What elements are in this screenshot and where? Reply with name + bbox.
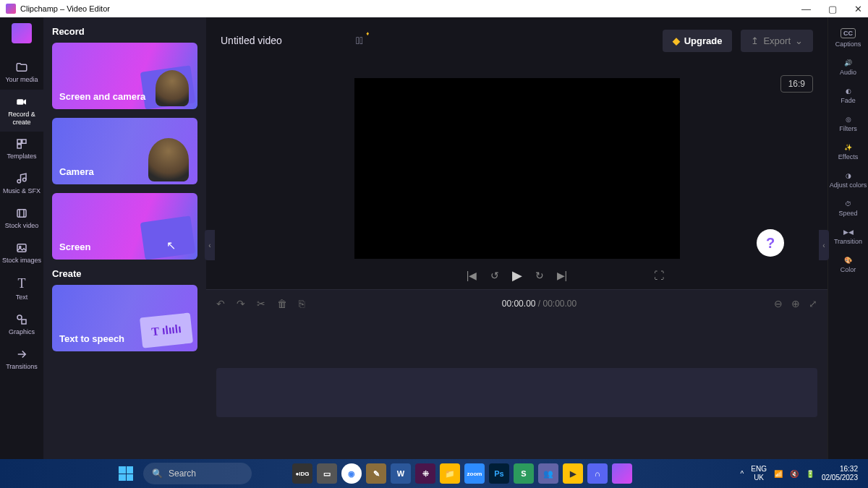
close-button[interactable]: ✕ — [854, 4, 862, 14]
skip-start-button[interactable]: |◀ — [467, 270, 477, 281]
taskbar-chrome[interactable]: ◉ — [341, 463, 362, 484]
visibility-icon[interactable]: 👁̸ — [356, 35, 363, 46]
video-preview[interactable] — [354, 78, 680, 259]
aspect-ratio-button[interactable]: 16:9 — [780, 75, 813, 93]
sidebar-right: CCCaptions 🔊Audio ◐Fade ◎Filters ✨Effect… — [827, 17, 868, 459]
film-icon — [15, 207, 28, 220]
maximize-button[interactable]: ▢ — [828, 4, 837, 14]
speaker-icon: 🔊 — [844, 59, 852, 67]
taskbar-snagit[interactable]: S — [514, 463, 534, 484]
taskbar-clipchamp[interactable] — [612, 463, 632, 484]
nav-music[interactable]: Music & SFX — [0, 166, 43, 201]
sidebar-left: Your media Record & create Templates Mus… — [0, 17, 43, 459]
minimize-button[interactable]: — — [801, 4, 811, 14]
fullscreen-button[interactable]: ⛶ — [654, 270, 664, 281]
fit-button[interactable]: ⤢ — [809, 298, 817, 309]
nav-transitions[interactable]: Transitions — [0, 342, 43, 377]
taskbar-search[interactable]: 🔍 Search — [143, 463, 252, 484]
nav-templates[interactable]: Templates — [0, 132, 43, 166]
prop-adjust-colors[interactable]: ◑Adjust colors — [828, 167, 869, 194]
taskbar-explorer[interactable]: 📁 — [440, 463, 460, 484]
taskbar-word[interactable]: W — [391, 463, 411, 484]
zoom-out-button[interactable]: ⊖ — [774, 298, 783, 309]
volume-icon[interactable]: 🔇 — [790, 470, 799, 478]
app-logo[interactable] — [12, 23, 32, 43]
svg-rect-0 — [17, 99, 23, 105]
card-camera[interactable]: Camera — [52, 118, 197, 184]
card-text-to-speech[interactable]: Tılıılı Text to speech — [52, 285, 197, 351]
track-row[interactable] — [216, 368, 817, 417]
clock[interactable]: 16:32 02/05/2023 — [822, 465, 858, 482]
wifi-icon[interactable]: 📶 — [774, 470, 783, 478]
taskbar-app1[interactable]: ✎ — [366, 463, 386, 484]
forward-button[interactable]: ↻ — [535, 270, 544, 281]
prop-transition[interactable]: ▶◀Transition — [828, 223, 869, 250]
center-area: 👁̸ ◆ Upgrade ↥ Export ⌄ 16:9 |◀ ↺ ▶ ↻ ▶|… — [206, 17, 827, 459]
taskbar-slack[interactable]: ⁜ — [415, 463, 435, 484]
skip-end-button[interactable]: ▶| — [557, 270, 568, 281]
card-screen[interactable]: ↖ Screen — [52, 193, 197, 260]
folder-icon — [15, 61, 28, 74]
card-screen-and-camera[interactable]: Screen and camera — [52, 43, 197, 109]
cut-button[interactable]: ✂ — [257, 298, 265, 309]
search-icon: 🔍 — [152, 468, 163, 479]
taskbar-app2[interactable]: ▶ — [563, 463, 583, 484]
music-icon — [15, 172, 28, 185]
panel-collapse-button[interactable]: ‹ — [205, 230, 215, 260]
language-indicator[interactable]: ENG UK — [751, 465, 767, 482]
svg-rect-10 — [22, 320, 26, 324]
help-button[interactable]: ? — [757, 229, 784, 257]
tray-chevron-icon[interactable]: ^ — [741, 470, 744, 478]
filters-icon: ◎ — [846, 116, 851, 123]
window-titlebar: Clipchamp – Video Editor — ▢ ✕ — [0, 0, 868, 17]
prop-color[interactable]: 🎨Color — [828, 252, 869, 278]
play-button[interactable]: ▶ — [512, 267, 522, 283]
split-button[interactable]: ⎘ — [299, 298, 305, 309]
export-button[interactable]: ↥ Export ⌄ — [741, 30, 813, 52]
redo-button[interactable]: ↷ — [237, 298, 245, 309]
shapes-icon — [15, 313, 28, 326]
taskbar-taskview[interactable]: ▭ — [317, 463, 337, 484]
player-controls: |◀ ↺ ▶ ↻ ▶| ⛶ — [354, 267, 680, 283]
prop-filters[interactable]: ◎Filters — [828, 111, 869, 137]
taskbar-zoom[interactable]: zoom — [464, 463, 485, 484]
undo-button[interactable]: ↶ — [216, 298, 225, 309]
prop-speed[interactable]: ⏱Speed — [828, 195, 869, 222]
chevron-down-icon: ⌄ — [795, 35, 803, 46]
right-collapse-button[interactable]: ‹ — [819, 230, 829, 260]
timeline-tracks[interactable] — [206, 317, 827, 459]
prop-captions[interactable]: CCCaptions — [828, 23, 869, 53]
taskbar-idg[interactable]: ●IDG — [292, 463, 312, 484]
prop-audio[interactable]: 🔊Audio — [828, 54, 869, 81]
prop-fade[interactable]: ◐Fade — [828, 82, 869, 109]
svg-point-9 — [17, 315, 22, 320]
nav-stock-video[interactable]: Stock video — [0, 201, 43, 236]
taskbar-photoshop[interactable]: Ps — [489, 463, 509, 484]
battery-icon[interactable]: 🔋 — [806, 470, 814, 478]
delete-button[interactable]: 🗑 — [277, 298, 287, 309]
nav-graphics[interactable]: Graphics — [0, 307, 43, 342]
side-panel: Record Screen and camera Camera ↖ Screen… — [43, 17, 206, 459]
avatar-icon — [156, 70, 189, 106]
cc-icon: CC — [841, 28, 856, 38]
taskbar-app3[interactable]: ∩ — [587, 463, 608, 484]
app-logo-small — [6, 4, 16, 14]
system-tray[interactable]: ^ ENG UK 📶 🔇 🔋 16:32 02/05/2023 — [741, 465, 865, 482]
upgrade-button[interactable]: ◆ Upgrade — [663, 30, 733, 52]
topbar: 👁̸ ◆ Upgrade ↥ Export ⌄ — [206, 17, 827, 64]
nav-stock-images[interactable]: Stock images — [0, 236, 43, 270]
video-title-input[interactable] — [221, 35, 347, 46]
start-button[interactable] — [119, 466, 133, 481]
image-icon — [15, 241, 28, 254]
nav-your-media[interactable]: Your media — [0, 55, 43, 90]
templates-icon — [15, 137, 28, 150]
rewind-button[interactable]: ↺ — [490, 270, 499, 281]
prop-effects[interactable]: ✨Effects — [828, 139, 869, 166]
zoom-in-button[interactable]: ⊕ — [791, 298, 800, 309]
svg-rect-7 — [17, 244, 26, 252]
create-heading: Create — [52, 268, 197, 279]
nav-record-create[interactable]: Record & create — [0, 90, 43, 132]
timeline: ↶ ↷ ✂ 🗑 ⎘ 00:00.00 / 00:00.00 ⊖ ⊕ ⤢ — [206, 289, 827, 459]
nav-text[interactable]: T Text — [0, 270, 43, 307]
taskbar-teams[interactable]: 👥 — [538, 463, 558, 484]
